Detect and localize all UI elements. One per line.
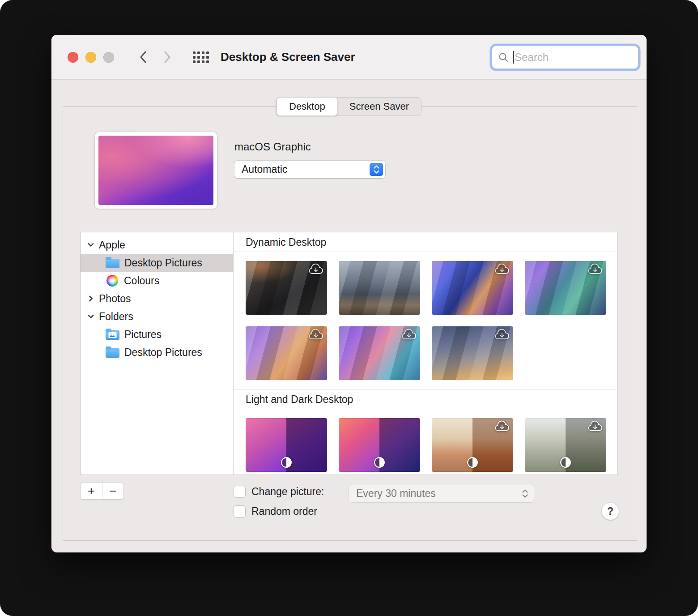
download-cloud-icon <box>494 263 510 276</box>
wallpaper-thumbnail-graphic-lake[interactable] <box>525 261 606 315</box>
wallpaper-thumbnail-graphic-coast-road[interactable] <box>432 261 513 315</box>
search-field[interactable] <box>492 46 638 69</box>
wallpaper-thumbnail-purple-gradient-waves[interactable] <box>246 418 327 472</box>
sidebar-group-label: Apple <box>99 239 125 251</box>
download-cloud-icon <box>494 420 510 433</box>
add-remove-control: + − <box>80 483 124 500</box>
sidebar-group-label: Photos <box>99 293 131 305</box>
window-content: Desktop Screen Saver macOS Graphic Autom… <box>51 80 647 552</box>
section-light-and-dark-desktop: Light and Dark Desktop <box>234 389 617 475</box>
show-all-grid-icon[interactable] <box>193 51 209 63</box>
select-stepper-icon <box>370 163 383 176</box>
sidebar-item-colours[interactable]: Colours <box>81 272 233 290</box>
color-wheel-icon <box>106 275 118 287</box>
tab-desktop[interactable]: Desktop <box>277 97 338 116</box>
section-dynamic-desktop: Dynamic Desktop <box>234 232 617 389</box>
wallpaper-thumbnail-graphic-desert[interactable] <box>246 326 327 380</box>
add-button[interactable]: + <box>81 483 102 499</box>
wallpaper-thumbnail-white-desert-rocks[interactable] <box>432 418 513 472</box>
random-order-checkbox[interactable] <box>234 505 246 518</box>
minimize-button[interactable] <box>85 52 96 63</box>
section-title: Dynamic Desktop <box>234 232 617 252</box>
sidebar-item-label: Desktop Pictures <box>124 257 202 269</box>
sidebar-item-label: Pictures <box>124 329 162 341</box>
section-title: Light and Dark Desktop <box>234 389 617 409</box>
tab-screen-saver[interactable]: Screen Saver <box>337 98 421 116</box>
folder-icon <box>106 348 119 358</box>
system-preferences-window: Desktop & Screen Saver Desktop Screen Sa… <box>51 35 647 552</box>
chevron-right-icon <box>164 51 171 63</box>
sidebar-item-desktop-pictures[interactable]: Desktop Pictures <box>81 254 233 272</box>
thumbnail-grid <box>234 409 617 475</box>
sidebar-group-folders[interactable]: Folders <box>81 308 233 325</box>
wallpaper-thumbnail-red-blue-waves[interactable] <box>339 418 420 472</box>
sidebar-group-photos[interactable]: Photos <box>81 290 233 308</box>
folder-icon <box>106 259 119 268</box>
thumbnail-grid <box>234 252 617 389</box>
sidebar-item-label: Desktop Pictures <box>124 346 202 359</box>
download-cloud-icon <box>587 420 603 433</box>
wallpaper-thumbnail-island-dusk[interactable] <box>339 261 420 315</box>
change-picture-checkbox[interactable] <box>234 486 246 498</box>
wallpaper-thumbnail-solar-gradient[interactable] <box>432 326 513 380</box>
interval-select[interactable]: Every 30 minutes <box>349 484 534 503</box>
change-picture-label: Change picture: <box>251 486 324 498</box>
change-picture-row: Change picture: <box>234 486 324 498</box>
light-dark-icon <box>281 457 292 468</box>
wallpaper-name: macOS Graphic <box>234 141 311 153</box>
wallpaper-thumbnail-dark-rocky-coast[interactable] <box>246 261 327 315</box>
zoom-button[interactable] <box>103 52 114 63</box>
sidebar-item-desktop-pictures[interactable]: Desktop Pictures <box>81 343 233 361</box>
search-icon <box>498 51 509 63</box>
window-title: Desktop & Screen Saver <box>221 50 355 64</box>
nav-buttons <box>139 51 171 63</box>
download-cloud-icon <box>401 329 417 341</box>
light-dark-icon <box>467 457 478 468</box>
tab-bar: Desktop Screen Saver <box>277 97 421 116</box>
desktop-background: Desktop & Screen Saver Desktop Screen Sa… <box>0 0 698 616</box>
help-button[interactable]: ? <box>601 502 619 520</box>
chevron-right-icon[interactable] <box>87 295 95 303</box>
random-order-label: Random order <box>251 505 317 518</box>
chevron-left-icon <box>139 51 147 63</box>
chevron-down-icon[interactable] <box>87 241 95 249</box>
wallpaper-preview-frame <box>94 132 217 209</box>
chevron-down-icon[interactable] <box>87 312 95 321</box>
remove-button[interactable]: − <box>102 483 123 499</box>
light-dark-icon <box>374 457 385 468</box>
wallpaper-thumbnail-striated-hills[interactable] <box>525 418 606 472</box>
interval-select-value: Every 30 minutes <box>356 488 436 500</box>
sidebar-group-apple[interactable]: Apple <box>81 236 233 254</box>
sidebar-item-pictures[interactable]: Pictures <box>81 325 233 343</box>
light-dark-icon <box>560 457 571 468</box>
select-stepper-icon <box>518 487 532 500</box>
pictures-folder-icon <box>106 330 119 340</box>
download-cloud-icon <box>308 329 324 341</box>
appearance-select-value: Automatic <box>242 163 287 175</box>
source-list: AppleDesktop PicturesColoursPhotosFolder… <box>81 232 234 475</box>
appearance-select[interactable]: Automatic <box>234 161 385 178</box>
wallpaper-pane: Dynamic DesktopLight and Dark Desktop <box>234 232 617 475</box>
search-input[interactable] <box>514 51 634 64</box>
sidebar-group-label: Folders <box>99 311 133 323</box>
sidebar-item-label: Colours <box>124 275 159 287</box>
wallpaper-preview <box>98 136 213 205</box>
desktop-panel: macOS Graphic Automatic AppleDesktop Pic… <box>63 106 637 541</box>
titlebar: Desktop & Screen Saver <box>51 35 647 80</box>
download-cloud-icon <box>494 329 510 341</box>
close-button[interactable] <box>68 52 78 63</box>
download-cloud-icon <box>587 263 603 276</box>
forward-button[interactable] <box>164 51 171 63</box>
download-cloud-icon <box>308 263 324 276</box>
random-order-row: Random order <box>234 505 317 518</box>
back-button[interactable] <box>139 51 147 63</box>
window-controls <box>68 52 114 63</box>
wallpaper-browser: AppleDesktop PicturesColoursPhotosFolder… <box>80 232 618 475</box>
wallpaper-thumbnail-graphic-beach[interactable] <box>339 326 420 380</box>
